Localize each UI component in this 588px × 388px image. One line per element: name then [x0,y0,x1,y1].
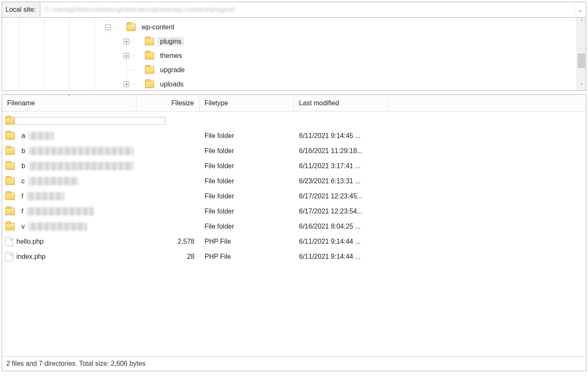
directory-tree-pane: − wp-content +plugins+themesupgrade+uplo… [2,18,586,91]
file-row[interactable]: index.php28PHP File6/11/2021 9:14:44 ... [2,249,586,264]
column-label: Filesize [171,99,194,107]
sort-asc-icon: ˄ [68,94,71,100]
file-row[interactable]: hello.php2,578PHP File6/11/2021 9:14:44 … [2,234,586,249]
folder-row[interactable]: vFile folder6/16/2021 8:04:25 ... [2,219,586,234]
redacted-text [28,222,87,231]
cell-filetype: File folder [200,193,294,200]
cell-filename [5,117,165,125]
folder-icon [5,147,15,155]
cell-filetype: PHP File [200,238,294,245]
cell-filetype: File folder [200,147,294,155]
folder-icon [145,81,154,88]
expand-icon[interactable]: + [124,82,129,87]
cell-modified: 6/11/2021 9:14:45 ... [294,132,388,140]
cell-modified: 6/23/2021 6:13:31 ... [294,177,388,185]
parent-directory-row[interactable] [2,113,586,128]
cell-filename: a [5,132,136,140]
cell-filename: v [5,222,136,231]
scroll-thumb[interactable] [578,54,585,68]
folder-icon [5,177,15,185]
folder-icon [145,38,154,45]
folder-row[interactable]: bFile folder6/16/2021 11:29:18... [2,143,586,159]
column-label: Filetype [205,99,228,107]
tree-node-label: plugins [158,37,184,46]
cell-filetype: PHP File [200,253,294,260]
collapse-icon[interactable]: − [105,25,111,30]
cell-modified: 6/16/2021 11:29:18... [294,147,388,155]
cell-modified: 6/11/2021 3:17:41 ... [294,162,388,170]
status-bar: 2 files and 7 directories. Total size: 2… [2,356,586,371]
tree-node-wp-content[interactable]: − wp-content [2,20,577,34]
column-header-modified[interactable]: Last modified [294,95,388,111]
local-site-label: Local site: [2,2,40,17]
cell-filename: b [5,147,136,155]
folder-row[interactable]: bFile folder6/11/2021 3:17:41 ... [2,159,586,174]
folder-icon [126,23,136,31]
folder-icon [145,66,154,74]
expand-icon[interactable]: + [124,53,129,59]
tree-node-label: uploads [158,80,186,89]
folder-row[interactable]: aFile folder6/11/2021 9:14:45 ... [2,128,586,143]
folder-icon [5,117,15,125]
directory-tree[interactable]: − wp-content +plugins+themesupgrade+uplo… [2,18,577,91]
local-path-input[interactable]: C:\xampp\htdocs\testingtides\wordpress\w… [40,2,574,17]
tree-node-themes[interactable]: +themes [2,49,577,63]
cell-filesize: 2,578 [136,238,200,245]
cell-filetype: File folder [200,162,294,170]
folder-row[interactable]: fFile folder6/17/2021 12:23:54... [2,204,586,219]
cell-filename: f [5,192,136,201]
column-label: Filename [7,99,35,107]
column-header-filesize[interactable]: Filesize [136,95,200,111]
column-label: Last modified [299,99,339,107]
file-list-header: ˄ Filename Filesize Filetype Last modifi… [2,95,586,112]
folder-row[interactable]: cFile folder6/23/2021 6:13:31 ... [2,174,586,189]
file-icon [5,252,13,261]
cell-filename: c [5,177,136,185]
cell-filename: f [5,207,136,216]
scroll-up-icon[interactable]: ˄ [577,18,586,27]
tree-node-label: wp-content [139,23,177,32]
cell-modified: 6/16/2021 8:04:25 ... [294,223,388,230]
redacted-text [26,192,64,201]
expand-icon[interactable]: + [124,39,129,44]
cell-filetype: File folder [200,208,294,215]
cell-filesize: 28 [136,253,200,260]
redacted-text [29,132,54,140]
cell-modified: 6/17/2021 12:23:45... [294,193,388,200]
tree-scrollbar[interactable]: ˄ ˅ [577,18,586,91]
tree-node-plugins[interactable]: +plugins [2,34,577,49]
folder-icon [5,223,15,230]
cell-filename: b [5,162,136,170]
tree-node-label: themes [158,51,184,60]
redacted-text [26,207,94,216]
folder-icon [5,132,15,140]
folder-row[interactable]: fFile folder6/17/2021 12:23:45... [2,189,586,204]
tree-node-label: upgrade [158,65,187,75]
folder-icon [5,162,15,170]
folder-icon [5,208,15,215]
cell-filetype: File folder [200,132,294,140]
cell-filename: index.php [5,252,136,261]
file-list-pane: ˄ Filename Filesize Filetype Last modifi… [2,94,586,371]
file-icon [5,237,13,246]
column-header-filetype[interactable]: Filetype [200,95,294,111]
cell-modified: 6/11/2021 9:14:44 ... [294,253,388,260]
redacted-text [28,177,79,185]
local-path-bar: Local site: C:\xampp\htdocs\testingtides… [2,2,586,18]
file-list-body[interactable]: aFile folder6/11/2021 9:14:45 ...bFile f… [2,112,586,356]
cell-filetype: File folder [200,223,294,230]
cell-modified: 6/11/2021 9:14:44 ... [294,238,388,245]
column-header-filename[interactable]: ˄ Filename [2,95,136,111]
path-dropdown-button[interactable]: ⌄ [574,2,586,17]
cell-filename: hello.php [5,237,136,246]
folder-icon [145,52,154,60]
scroll-down-icon[interactable]: ˅ [577,81,586,91]
cell-modified: 6/17/2021 12:23:54... [294,208,388,215]
chevron-down-icon: ⌄ [578,6,583,13]
tree-node-upgrade[interactable]: upgrade [2,63,577,77]
tree-node-uploads[interactable]: +uploads [2,77,577,91]
redacted-text [29,162,134,170]
folder-icon [5,193,15,200]
cell-filetype: File folder [200,177,294,185]
redacted-text [29,147,134,155]
